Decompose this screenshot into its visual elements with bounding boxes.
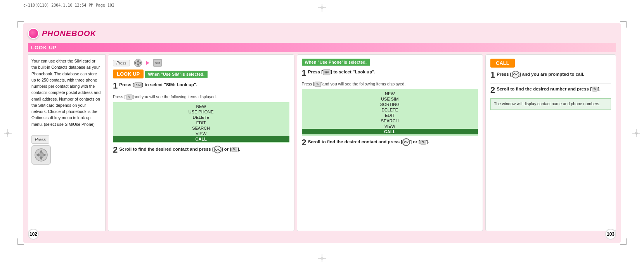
sim-btn-phone: SIM xyxy=(323,69,331,75)
dpad-icon xyxy=(34,148,48,162)
svg-text:✎: ✎ xyxy=(233,148,236,151)
sim-menu-list: NEW USE PHONE DELETE EDIT SEARCH VIEW CA… xyxy=(113,102,289,143)
lookup-header-row: Press SIM xyxy=(113,59,289,67)
corner-mark-br xyxy=(620,238,627,245)
lookup-step2-text: Scroll to find the desired contact and p… xyxy=(119,146,289,153)
panel-lookup-phone-inner: When "Use Phone"is selected. 1 Press [SI… xyxy=(297,55,483,155)
ok-icon-call: OK xyxy=(512,71,519,78)
phone-menu-delete: DELETE xyxy=(302,107,478,113)
panel-call: CALL 1 Press [OK] and you are prompted t… xyxy=(485,54,616,231)
when-sim-selected: When "Use SIM"is selected. xyxy=(145,71,208,78)
svg-text:SIM: SIM xyxy=(155,62,160,64)
phone-menu-use-sim: USE SIM xyxy=(302,96,478,102)
panel-header-lookup: LOOK UP xyxy=(113,70,144,78)
pencil-icon-phone2: ✎ xyxy=(420,140,426,145)
phone-menu-new: NEW xyxy=(302,91,478,96)
nav-icon xyxy=(31,145,51,165)
crosshair-right-icon xyxy=(632,129,640,137)
phone-menu-view: VIEW xyxy=(302,123,478,129)
description-box: Your can use either the SIM card or the … xyxy=(28,54,106,231)
press-and-see-sim: Press [✎]and you will see the following … xyxy=(113,94,289,100)
pencil-btn-sim: ✎ xyxy=(126,94,133,100)
lookup-step1-num: 1 xyxy=(113,82,118,90)
menu-item-new: NEW xyxy=(113,104,289,109)
menu-item-call-highlighted: CALL xyxy=(113,136,289,142)
ok-icon-phone: OK xyxy=(402,138,410,146)
page-num-right: 103 xyxy=(605,229,616,240)
pencil-btn-phone: ✎ xyxy=(314,82,321,87)
print-header: c-110(0110) 2004.1.10 12:54 PM Page 102 xyxy=(23,3,114,7)
menu-item-view: VIEW xyxy=(113,131,289,136)
call-step1: 1 Press [OK] and you are prompted to cal… xyxy=(490,71,611,79)
crosshair-bottom-icon xyxy=(318,254,326,262)
svg-point-13 xyxy=(39,153,43,157)
call-step1-text: Press [OK] and you are prompted to call. xyxy=(497,71,611,78)
phone-step1-num: 1 xyxy=(302,69,306,77)
phone-step1: 1 Press [SIM] to select "Look up". xyxy=(302,69,478,77)
phone-step2-num: 2 xyxy=(302,138,306,147)
press-button-area: Press xyxy=(31,135,102,165)
phone-menu-search: SEARCH xyxy=(302,118,478,123)
svg-text:SIM: SIM xyxy=(324,71,329,74)
press-label: Press xyxy=(31,135,49,144)
corner-mark-bl xyxy=(17,238,24,245)
phone-menu-sorting: SORTING xyxy=(302,102,478,107)
press-and-see-phone: Press [✎]and you will see the following … xyxy=(302,81,478,87)
svg-text:✎: ✎ xyxy=(128,95,131,99)
phone-menu-list: NEW USE SIM SORTING DELETE EDIT SEARCH V… xyxy=(302,89,478,136)
phone-step2-text: Scroll to find the desired contact and p… xyxy=(308,138,478,146)
phone-step1-text: Press [SIM] to select "Look up". xyxy=(308,69,478,75)
panels-container: Press SIM LOOK UP When "Use SIM"is selec… xyxy=(108,54,616,231)
phone-menu-call-highlighted: CALL xyxy=(302,129,478,134)
phone-menu-edit: EDIT xyxy=(302,113,478,118)
main-content: PHONEBOOK LOOK UP Your can use either th… xyxy=(23,23,621,243)
sim-card-icon: SIM xyxy=(152,59,163,67)
header: PHONEBOOK xyxy=(28,28,96,39)
call-step2: 2 Scroll to find the desired number and … xyxy=(490,86,611,94)
svg-text:✎: ✎ xyxy=(422,140,425,144)
svg-text:SIM: SIM xyxy=(135,84,140,87)
corner-mark-tr xyxy=(620,21,627,28)
phonebook-icon xyxy=(28,28,39,39)
call-header: CALL xyxy=(490,59,515,68)
lookup-banner-text: LOOK UP xyxy=(31,45,57,50)
dpad-small-icon xyxy=(133,59,143,67)
description-text: Your can use either the SIM card or the … xyxy=(31,58,102,127)
menu-item-edit: EDIT xyxy=(113,120,289,125)
ok-icon-sim: OK xyxy=(214,146,222,153)
press-sim-label: Press xyxy=(113,60,130,66)
corner-mark-tl xyxy=(17,21,24,28)
sim-btn-icon: SIM xyxy=(134,82,142,88)
call-info-box: The window will display contact name and… xyxy=(490,98,611,110)
when-phone-selected: When "Use Phone"is selected. xyxy=(302,59,370,66)
phone-step2: 2 Scroll to find the desired contact and… xyxy=(302,138,478,147)
page-num-left: 102 xyxy=(28,229,39,240)
crosshair-left-icon xyxy=(4,129,12,137)
panel-lookup-sim: Press SIM LOOK UP When "Use SIM"is selec… xyxy=(108,54,294,231)
crosshair-top-icon xyxy=(318,4,326,12)
page-outer: c-110(0110) 2004.1.10 12:54 PM Page 102 … xyxy=(0,0,644,266)
menu-item-delete: DELETE xyxy=(113,115,289,120)
lookup-step1-text: Press [SIM] to select "SIM: Look up". xyxy=(119,82,289,88)
call-step2-num: 2 xyxy=(490,86,495,94)
menu-item-search: SEARCH xyxy=(113,125,289,131)
page-title: PHONEBOOK xyxy=(42,29,96,38)
svg-text:✎: ✎ xyxy=(593,87,596,91)
lookup-banner: LOOK UP xyxy=(28,43,616,52)
svg-point-19 xyxy=(137,62,139,64)
panel-call-inner: CALL 1 Press [OK] and you are prompted t… xyxy=(486,55,616,114)
call-divider xyxy=(490,83,611,83)
pencil-icon-sim2: ✎ xyxy=(231,147,237,152)
arrow-right-icon xyxy=(146,61,149,65)
svg-text:✎: ✎ xyxy=(316,82,319,86)
press-sim-icons: SIM xyxy=(133,59,163,67)
call-info-text: The window will display contact name and… xyxy=(494,101,600,106)
panel-lookup-phone: When "Use Phone"is selected. 1 Press [SI… xyxy=(297,54,483,231)
menu-item-use-phone: USE PHONE xyxy=(113,109,289,115)
lookup-step1: 1 Press [SIM] to select "SIM: Look up". xyxy=(113,82,289,90)
pencil-icon-call: ✎ xyxy=(592,87,598,92)
lookup-step2: 2 Scroll to find the desired contact and… xyxy=(113,146,289,154)
lookup-step2-num: 2 xyxy=(113,146,118,154)
call-step1-num: 1 xyxy=(490,71,495,79)
panel-lookup-sim-inner: Press SIM LOOK UP When "Use SIM"is selec… xyxy=(108,55,294,162)
